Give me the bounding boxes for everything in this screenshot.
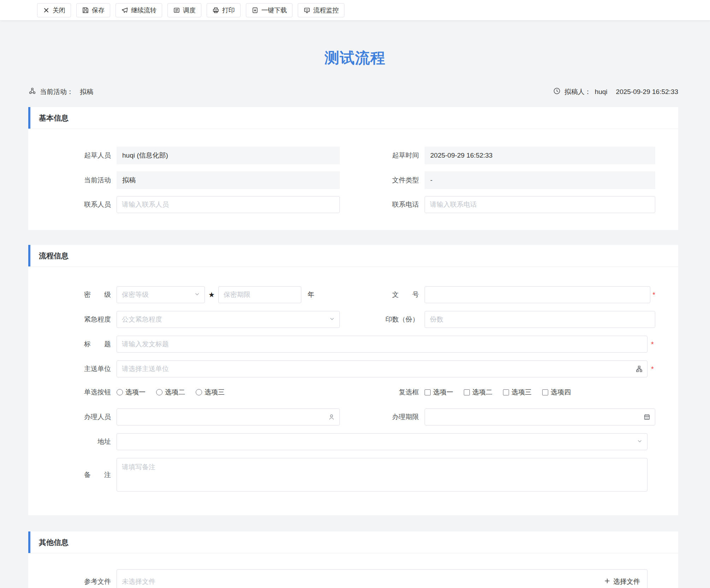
address-select[interactable]	[117, 433, 647, 450]
radio-group: 选项一 选项二 选项三	[117, 388, 340, 397]
page-title: 测试流程	[0, 51, 710, 65]
drafter-field-value: huqi (信息化部)	[117, 147, 340, 164]
main-send-input[interactable]	[117, 360, 647, 377]
file-type-field-value: -	[425, 171, 655, 189]
section-other-header: 其他信息	[28, 531, 678, 553]
urgency-placeholder: 公文紧急程度	[122, 315, 162, 324]
ref-file-field: 未选择文件 选择文件	[117, 569, 647, 588]
checkbox-option-1-label: 选项一	[433, 388, 453, 397]
radio-icon[interactable]	[117, 389, 123, 395]
deadline-input[interactable]	[425, 408, 655, 425]
checkbox-icon[interactable]	[464, 389, 470, 395]
download-button-label: 一键下载	[261, 6, 287, 14]
dispatch-button[interactable]: 调度	[167, 3, 201, 17]
checkbox-group-label: 复选框	[340, 388, 425, 397]
remark-textarea[interactable]	[117, 458, 647, 492]
doc-title-input[interactable]	[117, 336, 647, 353]
star-icon: ★	[208, 290, 215, 299]
dispatch-icon	[173, 7, 180, 14]
copies-label: 印数（份）	[340, 315, 425, 324]
secret-term-input[interactable]	[218, 286, 301, 303]
checkbox-option-4-label: 选项四	[551, 388, 571, 397]
copies-input[interactable]	[425, 311, 655, 328]
radio-icon[interactable]	[156, 389, 162, 395]
checkbox-icon[interactable]	[425, 389, 431, 395]
contact-phone-input[interactable]	[425, 196, 655, 213]
address-label: 地址	[28, 437, 117, 446]
radio-option-1[interactable]: 选项一	[117, 388, 146, 397]
secret-level-placeholder: 保密等级	[122, 290, 149, 299]
main-send-required-mark: *	[647, 365, 655, 373]
print-button[interactable]: 打印	[207, 3, 241, 17]
close-button-label: 关闭	[53, 6, 65, 14]
doc-no-input[interactable]	[425, 286, 650, 303]
drafter-name: huqi	[595, 88, 608, 96]
chevron-down-icon	[329, 316, 335, 324]
secret-level-label: 密 级	[28, 290, 117, 299]
close-button[interactable]: 关闭	[37, 3, 71, 17]
chevron-down-icon	[637, 438, 643, 446]
checkbox-option-3[interactable]: 选项三	[503, 388, 532, 397]
checkbox-option-4[interactable]: 选项四	[542, 388, 571, 397]
ref-file-label: 参考文件	[28, 577, 117, 586]
checkbox-option-1[interactable]: 选项一	[425, 388, 453, 397]
handler-input[interactable]	[117, 408, 340, 425]
section-process-title: 流程信息	[39, 251, 69, 261]
choose-file-button[interactable]: 选择文件	[604, 577, 640, 586]
radio-group-label: 单选按钮	[28, 388, 117, 397]
section-basic-title: 基本信息	[39, 113, 69, 123]
draft-time-field-label: 起草时间	[340, 151, 425, 160]
radio-option-1-label: 选项一	[125, 388, 146, 397]
current-activity-label: 当前活动：	[40, 87, 73, 96]
main-send-group	[117, 360, 647, 377]
status-bar: 当前活动： 拟稿 拟稿人： huqi 2025-09-29 16:52:33	[28, 87, 678, 97]
doc-no-label: 文 号	[340, 290, 425, 299]
clock-icon	[553, 87, 561, 97]
toolbar: 关闭 保存 继续流转 调度 打印 一键下载 流程监控	[0, 0, 710, 20]
continue-flow-button[interactable]: 继续流转	[116, 3, 162, 17]
person-icon[interactable]	[328, 413, 335, 421]
section-basic-info: 基本信息 起草人员 huqi (信息化部) 起草时间 2025-09-29 16…	[28, 107, 678, 230]
secret-level-group: 保密等级 ★ 年	[117, 286, 340, 303]
radio-option-3-label: 选项三	[205, 388, 225, 397]
section-process-header: 流程信息	[28, 245, 678, 267]
deadline-label: 办理期限	[340, 412, 425, 422]
radio-icon[interactable]	[196, 389, 202, 395]
checkbox-option-2[interactable]: 选项二	[464, 388, 492, 397]
save-icon	[82, 7, 89, 14]
contact-person-input[interactable]	[117, 196, 340, 213]
save-button[interactable]: 保存	[76, 3, 110, 17]
handler-label: 办理人员	[28, 412, 117, 422]
dispatch-button-label: 调度	[183, 6, 196, 14]
plus-icon	[604, 578, 610, 586]
monitor-icon	[303, 7, 310, 14]
section-other-info: 其他信息 参考文件 未选择文件 选择文件	[28, 531, 678, 588]
checkbox-icon[interactable]	[542, 389, 548, 395]
checkbox-icon[interactable]	[503, 389, 509, 395]
calendar-icon[interactable]	[643, 413, 651, 421]
ref-file-placeholder: 未选择文件	[122, 577, 155, 586]
send-icon	[121, 7, 128, 14]
section-basic-header: 基本信息	[28, 107, 678, 129]
radio-option-2[interactable]: 选项二	[156, 388, 185, 397]
urgency-select[interactable]: 公文紧急程度	[117, 311, 340, 328]
download-icon	[252, 7, 259, 14]
network-icon	[28, 87, 36, 97]
current-activity-status: 当前活动： 拟稿	[28, 87, 93, 97]
handler-group	[117, 408, 340, 425]
doc-no-group: *	[425, 286, 655, 303]
activity-field-label: 当前活动	[28, 176, 117, 185]
download-button[interactable]: 一键下载	[246, 3, 292, 17]
deadline-group	[425, 408, 655, 425]
org-tree-icon[interactable]	[635, 365, 643, 373]
flow-monitor-button[interactable]: 流程监控	[298, 3, 344, 17]
secret-level-select[interactable]: 保密等级	[117, 286, 205, 303]
section-process-info: 流程信息 密 级 保密等级 ★ 年 文 号 * 紧急程度 公文紧急	[28, 245, 678, 515]
choose-file-button-label: 选择文件	[613, 577, 640, 586]
current-activity-value: 拟稿	[80, 87, 93, 96]
radio-option-3[interactable]: 选项三	[196, 388, 225, 397]
drafter-field-label: 起草人员	[28, 151, 117, 160]
activity-field-value: 拟稿	[117, 171, 340, 189]
contact-person-label: 联系人员	[28, 200, 117, 209]
continue-flow-button-label: 继续流转	[131, 6, 156, 14]
